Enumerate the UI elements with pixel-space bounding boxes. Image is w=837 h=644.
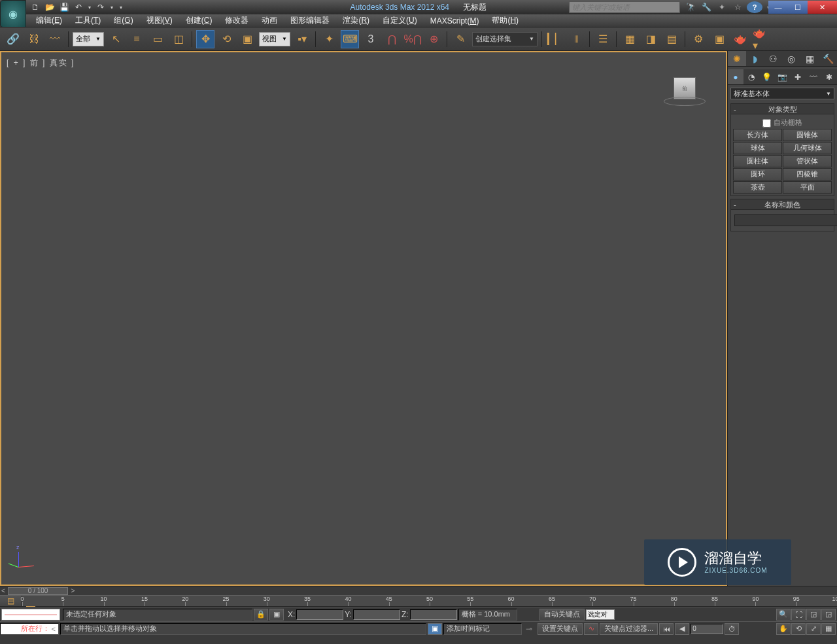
- render-prod-icon[interactable]: 🫖▾: [752, 30, 770, 48]
- menu-grapheditors[interactable]: 图形编辑器: [284, 14, 336, 27]
- spacewarps-subtab-icon[interactable]: 〰: [806, 69, 821, 84]
- redo-icon[interactable]: ↷: [94, 1, 107, 13]
- prev-frame-icon[interactable]: ◀: [675, 623, 689, 635]
- helpers-subtab-icon[interactable]: ✚: [790, 69, 806, 84]
- snap-toggle-icon[interactable]: 3: [362, 30, 380, 48]
- cameras-subtab-icon[interactable]: 📷: [775, 69, 791, 84]
- schematic-icon[interactable]: ◨: [641, 30, 660, 48]
- select-region-icon[interactable]: ▭: [148, 30, 167, 48]
- nav-walk-icon[interactable]: ⤢: [806, 623, 821, 635]
- align-icon[interactable]: ⫴: [567, 30, 585, 48]
- nav-zoomall-icon[interactable]: ⛶: [791, 609, 806, 620]
- lights-subtab-icon[interactable]: 💡: [759, 69, 775, 84]
- time-config-icon[interactable]: ⏱: [725, 623, 739, 635]
- nav-fov-icon[interactable]: ◲: [821, 609, 836, 620]
- undo-icon[interactable]: ↶: [72, 1, 85, 13]
- modify-tab-icon[interactable]: ◗: [746, 51, 764, 66]
- viewcube-ring[interactable]: [664, 97, 706, 106]
- select-object-icon[interactable]: ↖: [107, 30, 125, 48]
- time-slider-handle[interactable]: 0 / 100: [8, 587, 69, 595]
- keyboard-shortcut-icon[interactable]: ⌨: [341, 30, 359, 48]
- maximize-button[interactable]: ☐: [788, 1, 808, 14]
- close-button[interactable]: ✕: [808, 1, 837, 14]
- open-icon[interactable]: 📂: [43, 1, 56, 13]
- spinner-snap-icon[interactable]: ⊕: [424, 30, 443, 48]
- layers-icon[interactable]: ☰: [594, 30, 612, 48]
- render-frame-icon[interactable]: ▣: [710, 30, 728, 48]
- render-icon[interactable]: 🫖: [731, 30, 749, 48]
- binocular-icon[interactable]: 🔭: [684, 1, 697, 13]
- move-icon[interactable]: ✥: [196, 30, 214, 48]
- unlink-icon[interactable]: ⛓: [25, 30, 43, 48]
- hierarchy-tab-icon[interactable]: ⚇: [764, 51, 783, 66]
- window-crossing-icon[interactable]: ◫: [169, 30, 188, 48]
- category-dropdown[interactable]: 标准基本体▼: [730, 88, 834, 99]
- menu-edit[interactable]: 编辑(E): [29, 14, 69, 27]
- menu-rendering[interactable]: 渲染(R): [336, 14, 376, 27]
- pyramid-button[interactable]: 四棱锥: [783, 168, 832, 180]
- exchange-icon[interactable]: ✦: [715, 1, 728, 13]
- cone-button[interactable]: 圆锥体: [783, 129, 832, 141]
- nav-pan-icon[interactable]: ✋: [776, 623, 791, 635]
- selection-filter-dropdown[interactable]: 全部▼: [73, 32, 104, 46]
- render-setup-icon[interactable]: ⚙: [689, 30, 708, 48]
- shapes-subtab-icon[interactable]: ◔: [743, 69, 759, 84]
- autogrid-checkbox[interactable]: 自动栅格: [733, 116, 832, 129]
- lock-icon[interactable]: 🔒: [254, 609, 268, 620]
- menu-create[interactable]: 创建(C): [179, 14, 219, 27]
- keyfilter-button[interactable]: 关键点过滤器...: [600, 623, 658, 635]
- plane-button[interactable]: 平面: [783, 181, 832, 194]
- track-bar[interactable]: ▤ 05101520253035404550556065707580859095…: [0, 595, 837, 607]
- menu-group[interactable]: 组(G): [107, 14, 139, 27]
- utilities-tab-icon[interactable]: 🔨: [819, 51, 837, 66]
- autogrid-check[interactable]: [762, 119, 771, 127]
- app-menu-icon[interactable]: ◉: [0, 0, 26, 27]
- setkey-button[interactable]: 设置关键点: [538, 623, 583, 635]
- cylinder-button[interactable]: 圆柱体: [733, 155, 782, 167]
- help-icon[interactable]: ?: [747, 1, 762, 13]
- viewcube-face[interactable]: 前: [674, 77, 696, 99]
- viewport-label[interactable]: [ + ] 前 ] 真实 ]: [7, 58, 75, 69]
- y-input[interactable]: [353, 609, 400, 620]
- save-icon[interactable]: 💾: [58, 1, 71, 13]
- display-tab-icon[interactable]: ▦: [800, 51, 819, 66]
- torus-button[interactable]: 圆环: [733, 168, 782, 180]
- time-slider-prev-icon[interactable]: <: [1, 587, 5, 594]
- create-tab-icon[interactable]: ✺: [728, 51, 746, 66]
- autokey-button[interactable]: 自动关键点: [539, 609, 585, 620]
- new-icon[interactable]: 🗋: [29, 1, 42, 13]
- named-sel-edit-icon[interactable]: ✎: [451, 30, 470, 48]
- ref-coord-dropdown[interactable]: 视图▼: [259, 32, 290, 46]
- menu-animation[interactable]: 动画: [255, 14, 284, 27]
- named-selection-dropdown[interactable]: 创建选择集▼: [472, 32, 538, 46]
- add-timetag[interactable]: 添加时间标记: [443, 623, 522, 635]
- menu-customize[interactable]: 自定义(U): [376, 14, 424, 27]
- object-name-input[interactable]: [734, 214, 837, 226]
- rollout-header-objtype[interactable]: 对象类型: [731, 104, 834, 114]
- nav-orbit-icon[interactable]: ⟲: [791, 623, 806, 635]
- teapot-button[interactable]: 茶壶: [733, 181, 782, 194]
- percent-snap-icon[interactable]: %⋂: [403, 30, 422, 48]
- menu-maxscript[interactable]: MAXScript(M): [424, 15, 486, 27]
- track-ruler[interactable]: 0510152025303540455055606570758085909510…: [22, 596, 837, 606]
- geometry-subtab-icon[interactable]: ●: [728, 69, 743, 84]
- search-input[interactable]: [569, 1, 680, 13]
- material-editor-icon[interactable]: ▤: [662, 30, 681, 48]
- bind-icon[interactable]: 〰: [46, 30, 64, 48]
- key-icon[interactable]: 🔧: [700, 1, 713, 13]
- pivot-icon[interactable]: ▪▾: [293, 30, 311, 48]
- nav-zoomext-icon[interactable]: ◲: [806, 609, 821, 620]
- nav-maxtoggle-icon[interactable]: ▦: [821, 623, 836, 635]
- trackbar-toggle-icon[interactable]: ▤: [0, 596, 22, 606]
- curve-editor-icon[interactable]: ▦: [621, 30, 639, 48]
- viewport[interactable]: [ + ] 前 ] 真实 ] 前: [0, 51, 727, 586]
- motion-tab-icon[interactable]: ◎: [782, 51, 800, 66]
- sphere-button[interactable]: 球体: [733, 142, 782, 154]
- favorite-icon[interactable]: ☆: [731, 1, 744, 13]
- scale-icon[interactable]: ▣: [238, 30, 256, 48]
- nav-zoom-icon[interactable]: 🔍: [776, 609, 791, 620]
- keymode-icon[interactable]: ∿: [584, 623, 598, 635]
- box-button[interactable]: 长方体: [733, 129, 782, 141]
- geosphere-button[interactable]: 几何球体: [783, 142, 832, 154]
- viewcube[interactable]: 前: [662, 77, 708, 110]
